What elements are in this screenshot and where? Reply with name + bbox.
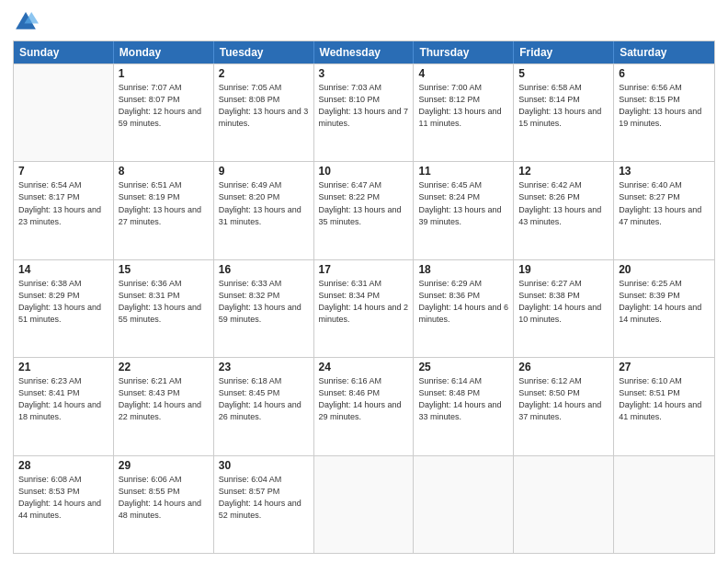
calendar-cell: 22Sunrise: 6:21 AMSunset: 8:43 PMDayligh… xyxy=(114,358,214,454)
calendar-cell: 16Sunrise: 6:33 AMSunset: 8:32 PMDayligh… xyxy=(214,260,314,357)
calendar-cell xyxy=(314,456,415,553)
calendar-cell: 29Sunrise: 6:06 AMSunset: 8:55 PMDayligh… xyxy=(114,456,214,553)
calendar-cell: 27Sunrise: 6:10 AMSunset: 8:51 PMDayligh… xyxy=(614,358,714,454)
cell-info: Sunset: 8:19 PM xyxy=(119,191,209,203)
cell-info: Daylight: 13 hours and 11 minutes. xyxy=(418,106,508,130)
cell-info: Daylight: 13 hours and 15 minutes. xyxy=(518,106,609,130)
day-number: 10 xyxy=(319,165,409,178)
day-number: 27 xyxy=(619,361,710,373)
cell-info: Daylight: 14 hours and 26 minutes. xyxy=(219,399,309,423)
cell-info: Sunrise: 6:27 AM xyxy=(518,278,609,290)
calendar-cell: 14Sunrise: 6:38 AMSunset: 8:29 PMDayligh… xyxy=(14,260,114,357)
cell-info: Sunset: 8:14 PM xyxy=(518,94,609,106)
cell-info: Daylight: 13 hours and 55 minutes. xyxy=(119,302,209,326)
cell-info: Sunset: 8:22 PM xyxy=(319,191,409,203)
calendar-cell: 28Sunrise: 6:08 AMSunset: 8:53 PMDayligh… xyxy=(14,456,114,553)
cell-info: Sunset: 8:10 PM xyxy=(319,94,409,106)
cal-header-day: Monday xyxy=(114,41,214,63)
calendar-cell: 5Sunrise: 6:58 AMSunset: 8:14 PMDaylight… xyxy=(514,64,614,161)
cell-info: Sunrise: 6:29 AM xyxy=(418,278,508,290)
day-number: 29 xyxy=(119,459,209,472)
day-number: 3 xyxy=(319,67,409,80)
cell-info: Sunset: 8:20 PM xyxy=(219,191,309,203)
day-number: 5 xyxy=(518,67,609,80)
day-number: 14 xyxy=(18,263,108,276)
cal-header-day: Saturday xyxy=(614,41,714,63)
cell-info: Daylight: 13 hours and 23 minutes. xyxy=(18,204,108,228)
calendar-cell xyxy=(414,456,514,553)
cell-info: Sunrise: 6:16 AM xyxy=(319,375,409,387)
cell-info: Sunset: 8:57 PM xyxy=(219,486,309,498)
day-number: 30 xyxy=(219,459,309,472)
cal-header-day: Tuesday xyxy=(214,41,314,63)
cell-info: Sunrise: 6:54 AM xyxy=(18,179,108,191)
calendar-week: 1Sunrise: 7:07 AMSunset: 8:07 PMDaylight… xyxy=(14,63,714,161)
day-number: 24 xyxy=(319,361,409,373)
cell-info: Sunrise: 6:14 AM xyxy=(418,375,508,387)
cell-info: Daylight: 13 hours and 7 minutes. xyxy=(319,106,409,130)
calendar-cell xyxy=(614,456,714,553)
cell-info: Daylight: 13 hours and 35 minutes. xyxy=(319,204,409,228)
cell-info: Sunset: 8:45 PM xyxy=(219,387,309,399)
calendar-week: 28Sunrise: 6:08 AMSunset: 8:53 PMDayligh… xyxy=(14,455,714,553)
day-number: 16 xyxy=(219,263,309,276)
cell-info: Daylight: 12 hours and 59 minutes. xyxy=(119,106,209,130)
cell-info: Sunset: 8:17 PM xyxy=(18,191,108,203)
calendar-cell: 21Sunrise: 6:23 AMSunset: 8:41 PMDayligh… xyxy=(14,358,114,454)
page-header xyxy=(13,9,715,35)
calendar-cell: 24Sunrise: 6:16 AMSunset: 8:46 PMDayligh… xyxy=(314,358,415,454)
cell-info: Daylight: 14 hours and 14 minutes. xyxy=(619,302,710,326)
cell-info: Sunset: 8:26 PM xyxy=(518,191,609,203)
calendar-cell: 3Sunrise: 7:03 AMSunset: 8:10 PMDaylight… xyxy=(314,64,415,161)
cell-info: Daylight: 14 hours and 33 minutes. xyxy=(418,399,508,423)
day-number: 9 xyxy=(219,165,309,178)
calendar-cell: 15Sunrise: 6:36 AMSunset: 8:31 PMDayligh… xyxy=(114,260,214,357)
cell-info: Daylight: 13 hours and 31 minutes. xyxy=(219,204,309,228)
cell-info: Sunset: 8:48 PM xyxy=(418,387,508,399)
cell-info: Daylight: 14 hours and 41 minutes. xyxy=(619,399,710,423)
cell-info: Sunrise: 6:31 AM xyxy=(319,278,409,290)
calendar-cell: 6Sunrise: 6:56 AMSunset: 8:15 PMDaylight… xyxy=(614,64,714,161)
cell-info: Sunrise: 6:47 AM xyxy=(319,179,409,191)
cell-info: Sunrise: 6:33 AM xyxy=(219,278,309,290)
cell-info: Sunrise: 7:03 AM xyxy=(319,82,409,94)
cell-info: Sunset: 8:43 PM xyxy=(119,387,209,399)
cell-info: Sunrise: 6:06 AM xyxy=(119,474,209,486)
calendar-cell: 19Sunrise: 6:27 AMSunset: 8:38 PMDayligh… xyxy=(514,260,614,357)
cell-info: Sunset: 8:50 PM xyxy=(518,387,609,399)
cell-info: Sunset: 8:46 PM xyxy=(319,387,409,399)
cell-info: Sunrise: 6:08 AM xyxy=(18,474,108,486)
day-number: 15 xyxy=(119,263,209,276)
day-number: 21 xyxy=(18,361,108,373)
cell-info: Daylight: 14 hours and 37 minutes. xyxy=(518,399,609,423)
day-number: 25 xyxy=(418,361,508,373)
cell-info: Sunrise: 6:45 AM xyxy=(418,179,508,191)
calendar-cell: 25Sunrise: 6:14 AMSunset: 8:48 PMDayligh… xyxy=(414,358,514,454)
day-number: 28 xyxy=(18,459,108,472)
calendar-cell: 30Sunrise: 6:04 AMSunset: 8:57 PMDayligh… xyxy=(214,456,314,553)
day-number: 1 xyxy=(119,67,209,80)
cell-info: Daylight: 13 hours and 51 minutes. xyxy=(18,302,108,326)
calendar-week: 21Sunrise: 6:23 AMSunset: 8:41 PMDayligh… xyxy=(14,357,714,454)
day-number: 19 xyxy=(518,263,609,276)
day-number: 7 xyxy=(18,165,108,178)
cell-info: Sunset: 8:32 PM xyxy=(219,290,309,302)
calendar-cell: 4Sunrise: 7:00 AMSunset: 8:12 PMDaylight… xyxy=(414,64,514,161)
cell-info: Sunrise: 6:18 AM xyxy=(219,375,309,387)
day-number: 22 xyxy=(119,361,209,373)
cell-info: Sunrise: 6:49 AM xyxy=(219,179,309,191)
calendar-cell: 2Sunrise: 7:05 AMSunset: 8:08 PMDaylight… xyxy=(214,64,314,161)
day-number: 2 xyxy=(219,67,309,80)
cell-info: Sunset: 8:38 PM xyxy=(518,290,609,302)
cal-header-day: Wednesday xyxy=(314,41,415,63)
cell-info: Sunset: 8:27 PM xyxy=(619,191,710,203)
cell-info: Sunrise: 6:36 AM xyxy=(119,278,209,290)
cell-info: Sunset: 8:39 PM xyxy=(619,290,710,302)
cell-info: Daylight: 14 hours and 29 minutes. xyxy=(319,399,409,423)
cell-info: Daylight: 13 hours and 43 minutes. xyxy=(518,204,609,228)
cell-info: Daylight: 13 hours and 47 minutes. xyxy=(619,204,710,228)
cell-info: Sunrise: 7:05 AM xyxy=(219,82,309,94)
cell-info: Sunset: 8:24 PM xyxy=(418,191,508,203)
cell-info: Daylight: 13 hours and 3 minutes. xyxy=(219,106,309,130)
day-number: 8 xyxy=(119,165,209,178)
